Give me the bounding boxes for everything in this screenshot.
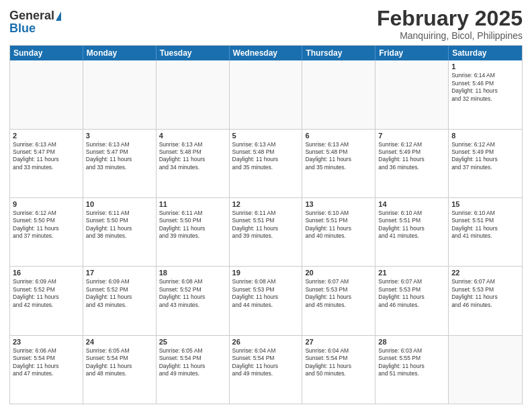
header: General Blue February 2025 Manquiring, B…	[9, 7, 523, 41]
cal-cell	[375, 60, 449, 128]
cal-week: 23Sunrise: 6:06 AM Sunset: 5:54 PM Dayli…	[10, 336, 522, 404]
cal-cell: 22Sunrise: 6:07 AM Sunset: 5:53 PM Dayli…	[449, 267, 522, 334]
calendar-body: 1Sunrise: 6:14 AM Sunset: 5:46 PM Daylig…	[10, 60, 522, 404]
day-number: 4	[159, 132, 226, 140]
cell-info: Sunrise: 6:07 AM Sunset: 5:53 PM Dayligh…	[378, 278, 445, 309]
cal-cell: 9Sunrise: 6:12 AM Sunset: 5:50 PM Daylig…	[10, 198, 83, 266]
page: General Blue February 2025 Manquiring, B…	[0, 0, 532, 411]
cell-info: Sunrise: 6:07 AM Sunset: 5:53 PM Dayligh…	[305, 278, 372, 309]
logo-triangle-icon	[56, 11, 61, 21]
calendar: SundayMondayTuesdayWednesdayThursdayFrid…	[9, 45, 523, 404]
logo-general-text: General	[9, 9, 54, 21]
day-number: 11	[159, 200, 226, 208]
cell-info: Sunrise: 6:05 AM Sunset: 5:54 PM Dayligh…	[86, 347, 153, 378]
day-number: 22	[451, 269, 519, 277]
cell-info: Sunrise: 6:08 AM Sunset: 5:53 PM Dayligh…	[232, 278, 300, 309]
cal-header-day: Monday	[83, 46, 157, 60]
cell-info: Sunrise: 6:13 AM Sunset: 5:48 PM Dayligh…	[305, 141, 372, 172]
calendar-header: SundayMondayTuesdayWednesdayThursdayFrid…	[10, 46, 522, 60]
cell-info: Sunrise: 6:14 AM Sunset: 5:46 PM Dayligh…	[451, 72, 519, 103]
cal-cell: 14Sunrise: 6:10 AM Sunset: 5:51 PM Dayli…	[375, 198, 449, 266]
cal-cell: 13Sunrise: 6:10 AM Sunset: 5:51 PM Dayli…	[302, 198, 375, 266]
day-number: 19	[232, 269, 300, 277]
cal-cell: 10Sunrise: 6:11 AM Sunset: 5:50 PM Dayli…	[83, 198, 157, 266]
cell-info: Sunrise: 6:03 AM Sunset: 5:55 PM Dayligh…	[378, 347, 445, 378]
cell-info: Sunrise: 6:13 AM Sunset: 5:47 PM Dayligh…	[86, 141, 153, 172]
cal-cell	[449, 336, 522, 404]
cal-cell: 11Sunrise: 6:11 AM Sunset: 5:50 PM Dayli…	[157, 198, 230, 266]
day-number: 15	[451, 200, 519, 208]
cell-info: Sunrise: 6:06 AM Sunset: 5:54 PM Dayligh…	[13, 347, 80, 378]
cell-info: Sunrise: 6:10 AM Sunset: 5:51 PM Dayligh…	[378, 210, 445, 240]
cal-header-day: Tuesday	[157, 46, 230, 60]
cal-cell: 27Sunrise: 6:04 AM Sunset: 5:54 PM Dayli…	[302, 336, 375, 404]
cal-cell: 17Sunrise: 6:09 AM Sunset: 5:52 PM Dayli…	[83, 267, 157, 334]
cal-cell: 1Sunrise: 6:14 AM Sunset: 5:46 PM Daylig…	[449, 60, 522, 128]
cal-week: 2Sunrise: 6:13 AM Sunset: 5:47 PM Daylig…	[10, 130, 522, 198]
day-number: 12	[232, 200, 300, 208]
cal-cell: 3Sunrise: 6:13 AM Sunset: 5:47 PM Daylig…	[83, 130, 157, 197]
day-number: 21	[378, 269, 445, 277]
cell-info: Sunrise: 6:13 AM Sunset: 5:47 PM Dayligh…	[13, 141, 80, 172]
cal-header-day: Wednesday	[230, 46, 303, 60]
day-number: 24	[86, 338, 153, 346]
day-number: 13	[305, 200, 372, 208]
cal-cell: 23Sunrise: 6:06 AM Sunset: 5:54 PM Dayli…	[10, 336, 83, 404]
cal-cell: 4Sunrise: 6:13 AM Sunset: 5:48 PM Daylig…	[157, 130, 230, 197]
logo-blue-text: Blue	[9, 21, 36, 36]
cal-cell	[83, 60, 157, 128]
day-number: 5	[232, 132, 300, 140]
cell-info: Sunrise: 6:09 AM Sunset: 5:52 PM Dayligh…	[86, 278, 153, 309]
day-number: 6	[305, 132, 372, 140]
cell-info: Sunrise: 6:11 AM Sunset: 5:50 PM Dayligh…	[159, 210, 226, 240]
day-number: 17	[86, 269, 153, 277]
cal-cell: 25Sunrise: 6:05 AM Sunset: 5:54 PM Dayli…	[157, 336, 230, 404]
cal-cell: 19Sunrise: 6:08 AM Sunset: 5:53 PM Dayli…	[230, 267, 303, 334]
cal-cell: 6Sunrise: 6:13 AM Sunset: 5:48 PM Daylig…	[302, 130, 375, 197]
cal-cell: 16Sunrise: 6:09 AM Sunset: 5:52 PM Dayli…	[10, 267, 83, 334]
cal-cell: 12Sunrise: 6:11 AM Sunset: 5:51 PM Dayli…	[230, 198, 303, 266]
cal-week: 1Sunrise: 6:14 AM Sunset: 5:46 PM Daylig…	[10, 60, 522, 129]
day-number: 8	[451, 132, 519, 140]
cell-info: Sunrise: 6:11 AM Sunset: 5:50 PM Dayligh…	[86, 210, 153, 240]
cell-info: Sunrise: 6:12 AM Sunset: 5:49 PM Dayligh…	[378, 141, 445, 172]
cell-info: Sunrise: 6:10 AM Sunset: 5:51 PM Dayligh…	[305, 210, 372, 240]
subtitle: Manquiring, Bicol, Philippines	[377, 30, 523, 41]
cal-week: 9Sunrise: 6:12 AM Sunset: 5:50 PM Daylig…	[10, 198, 522, 267]
cal-cell	[230, 60, 303, 128]
cal-cell: 2Sunrise: 6:13 AM Sunset: 5:47 PM Daylig…	[10, 130, 83, 197]
title-section: February 2025 Manquiring, Bicol, Philipp…	[377, 7, 523, 41]
day-number: 25	[159, 338, 226, 346]
cal-header-day: Friday	[375, 46, 449, 60]
cal-cell: 26Sunrise: 6:04 AM Sunset: 5:54 PM Dayli…	[230, 336, 303, 404]
day-number: 16	[13, 269, 80, 277]
day-number: 27	[305, 338, 372, 346]
day-number: 23	[13, 338, 80, 346]
day-number: 28	[378, 338, 445, 346]
cell-info: Sunrise: 6:13 AM Sunset: 5:48 PM Dayligh…	[232, 141, 300, 172]
day-number: 26	[232, 338, 300, 346]
cal-cell: 21Sunrise: 6:07 AM Sunset: 5:53 PM Dayli…	[375, 267, 449, 334]
cal-cell: 24Sunrise: 6:05 AM Sunset: 5:54 PM Dayli…	[83, 336, 157, 404]
cell-info: Sunrise: 6:04 AM Sunset: 5:54 PM Dayligh…	[305, 347, 372, 378]
main-title: February 2025	[377, 7, 523, 30]
cal-cell	[157, 60, 230, 128]
cell-info: Sunrise: 6:13 AM Sunset: 5:48 PM Dayligh…	[159, 141, 226, 172]
cal-cell: 20Sunrise: 6:07 AM Sunset: 5:53 PM Dayli…	[302, 267, 375, 334]
cal-cell	[302, 60, 375, 128]
day-number: 18	[159, 269, 226, 277]
cell-info: Sunrise: 6:04 AM Sunset: 5:54 PM Dayligh…	[232, 347, 300, 378]
logo: General Blue	[9, 7, 61, 36]
cal-header-day: Thursday	[302, 46, 375, 60]
cal-cell: 5Sunrise: 6:13 AM Sunset: 5:48 PM Daylig…	[230, 130, 303, 197]
cal-header-day: Sunday	[10, 46, 83, 60]
cal-cell: 28Sunrise: 6:03 AM Sunset: 5:55 PM Dayli…	[375, 336, 449, 404]
day-number: 2	[13, 132, 80, 140]
cell-info: Sunrise: 6:07 AM Sunset: 5:53 PM Dayligh…	[451, 278, 519, 309]
cal-cell: 18Sunrise: 6:08 AM Sunset: 5:52 PM Dayli…	[157, 267, 230, 334]
day-number: 3	[86, 132, 153, 140]
day-number: 9	[13, 200, 80, 208]
cell-info: Sunrise: 6:12 AM Sunset: 5:49 PM Dayligh…	[451, 141, 519, 172]
day-number: 1	[451, 62, 519, 71]
cal-cell: 8Sunrise: 6:12 AM Sunset: 5:49 PM Daylig…	[449, 130, 522, 197]
